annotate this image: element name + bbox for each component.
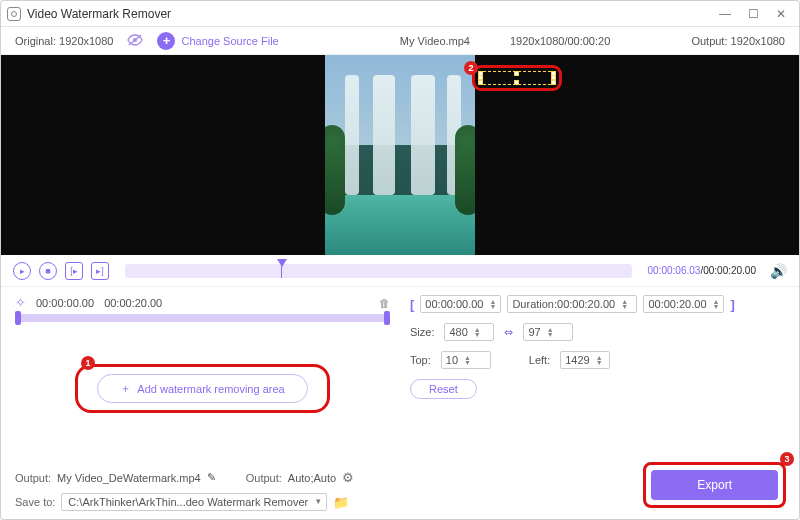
range-start-input[interactable]: 00:00:00.00▲▼ — [420, 295, 501, 313]
dimensions-and-duration: 1920x1080/00:00:20 — [510, 35, 610, 47]
segment-end: 00:00:20.00 — [104, 297, 162, 309]
size-label: Size: — [410, 326, 434, 338]
playback-bar: ▸ ■ [▸ ▸] 00:00:06.03/00:00:20.00 🔊 — [1, 255, 799, 287]
range-end-bracket-icon[interactable]: ] — [730, 297, 734, 312]
top-label: Top: — [410, 354, 431, 366]
maximize-button[interactable]: ☐ — [745, 6, 761, 22]
app-logo-icon — [7, 7, 21, 21]
info-bar: Original: 1920x1080 + Change Source File… — [1, 27, 799, 55]
pos-left-input[interactable]: 1429▲▼ — [560, 351, 610, 369]
magic-wand-icon[interactable]: ✧ — [15, 295, 26, 310]
output-rows: Output: My Video_DeWatermark.mp4 ✎ Outpu… — [15, 470, 390, 511]
save-to-label: Save to: — [15, 496, 55, 508]
segment-handle-right[interactable] — [384, 311, 390, 325]
range-end-input[interactable]: 00:00:20.00▲▼ — [643, 295, 724, 313]
original-value: 1920x1080 — [59, 35, 113, 47]
change-source-link[interactable]: Change Source File — [181, 35, 278, 47]
left-label: Left: — [529, 354, 550, 366]
annotation-ring-3: Export — [643, 462, 786, 508]
window-controls: — ☐ ✕ — [717, 6, 793, 22]
step-back-button[interactable]: [▸ — [65, 262, 83, 280]
segment-handle-left[interactable] — [15, 311, 21, 325]
segment-range-slider[interactable] — [15, 314, 390, 322]
timeline-track[interactable] — [125, 264, 632, 278]
close-button[interactable]: ✕ — [773, 6, 789, 22]
annotation-badge-1: 1 — [81, 356, 95, 370]
original-label: Original: — [15, 35, 56, 47]
range-duration-input[interactable]: Duration:00:00:20.00▲▼ — [507, 295, 637, 313]
delete-segment-icon[interactable]: 🗑 — [379, 297, 390, 309]
segment-start: 00:00:00.00 — [36, 297, 94, 309]
step-forward-button[interactable]: ▸] — [91, 262, 109, 280]
size-width-input[interactable]: 480▲▼ — [444, 323, 494, 341]
open-folder-icon[interactable]: 📁 — [333, 495, 349, 510]
add-watermark-area-button[interactable]: ＋ Add watermark removing area — [97, 374, 307, 403]
annotation-badge-2: 2 — [464, 61, 478, 75]
reset-button[interactable]: Reset — [410, 379, 477, 399]
play-button[interactable]: ▸ — [13, 262, 31, 280]
video-frame — [325, 55, 475, 255]
title-bar: Video Watermark Remover — ☐ ✕ — [1, 1, 799, 27]
range-start-bracket-icon[interactable]: [ — [410, 297, 414, 312]
total-duration: /00:00:20.00 — [700, 265, 756, 276]
output-format-label: Output: — [246, 472, 282, 484]
add-area-label: Add watermark removing area — [137, 383, 284, 395]
pos-top-input[interactable]: 10▲▼ — [441, 351, 491, 369]
aspect-lock-icon[interactable]: ⇔ — [504, 326, 513, 339]
visibility-toggle-icon[interactable] — [127, 34, 143, 48]
volume-icon[interactable]: 🔊 — [770, 263, 787, 279]
save-path-value: C:\ArkThinker\ArkThin...deo Watermark Re… — [68, 496, 308, 508]
add-area-row: 1 ＋ Add watermark removing area — [15, 374, 390, 403]
output-res-label: Output: — [691, 35, 727, 47]
output-file-value: My Video_DeWatermark.mp4 — [57, 472, 201, 484]
plus-icon: ＋ — [120, 381, 131, 396]
export-area: 3 Export — [643, 462, 786, 508]
segments-column: ✧ 00:00:00.00 00:00:20.00 🗑 1 ＋ Add wate… — [15, 295, 390, 511]
rename-output-icon[interactable]: ✎ — [207, 471, 216, 484]
current-filename: My Video.mp4 — [400, 35, 470, 47]
output-settings-icon[interactable]: ⚙ — [342, 470, 354, 485]
annotation-badge-3: 3 — [780, 452, 794, 466]
output-res-value: 1920x1080 — [731, 35, 785, 47]
app-title: Video Watermark Remover — [27, 7, 171, 21]
app-window: Video Watermark Remover — ☐ ✕ Original: … — [0, 0, 800, 520]
timecode-display: 00:00:06.03/00:00:20.00 — [648, 265, 756, 276]
minimize-button[interactable]: — — [717, 6, 733, 22]
output-file-label: Output: — [15, 472, 51, 484]
playhead-icon[interactable] — [277, 259, 287, 267]
output-format-value: Auto;Auto — [288, 472, 336, 484]
size-height-input[interactable]: 97▲▼ — [523, 323, 573, 341]
change-source-plus-icon[interactable]: + — [157, 32, 175, 50]
video-preview[interactable]: 2 — [1, 55, 799, 255]
current-time: 00:00:06.03 — [648, 265, 701, 276]
watermark-selection-box[interactable] — [472, 65, 562, 91]
stop-button[interactable]: ■ — [39, 262, 57, 280]
save-path-select[interactable]: C:\ArkThinker\ArkThin...deo Watermark Re… — [61, 493, 327, 511]
export-button[interactable]: Export — [651, 470, 778, 500]
